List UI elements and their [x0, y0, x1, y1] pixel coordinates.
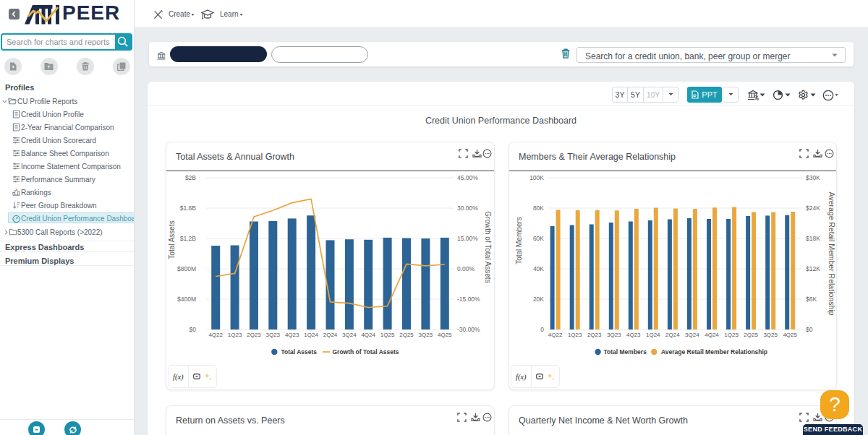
- svg-text:-15.00%: -15.00%: [457, 296, 480, 303]
- svg-text:40K: 40K: [533, 265, 544, 272]
- svg-text:Average Retail Member Relation: Average Retail Member Relationship: [661, 348, 767, 356]
- svg-text:3Q23: 3Q23: [266, 332, 281, 338]
- svg-text:3Q24: 3Q24: [685, 332, 699, 338]
- svg-text:1Q24: 1Q24: [646, 332, 660, 338]
- svg-text:$12K: $12K: [806, 265, 820, 272]
- svg-text:3Q25: 3Q25: [763, 332, 778, 338]
- svg-text:1Q25: 1Q25: [380, 332, 395, 338]
- svg-text:0: 0: [540, 326, 544, 333]
- svg-text:1Q25: 1Q25: [724, 332, 739, 338]
- svg-text:1Q23: 1Q23: [568, 332, 582, 338]
- svg-text:Growth of Total Assets: Growth of Total Assets: [484, 211, 492, 283]
- svg-text:4Q23: 4Q23: [285, 332, 299, 338]
- svg-text:Total Assets: Total Assets: [281, 348, 318, 356]
- svg-text:$0: $0: [806, 326, 813, 333]
- svg-text:Total Members: Total Members: [604, 348, 647, 356]
- svg-text:4Q22: 4Q22: [208, 332, 223, 338]
- svg-text:4Q23: 4Q23: [626, 332, 641, 338]
- svg-text:$1.2B: $1.2B: [180, 235, 197, 242]
- svg-text:4Q24: 4Q24: [705, 332, 719, 338]
- svg-text:2Q24: 2Q24: [665, 332, 680, 338]
- svg-text:4Q24: 4Q24: [361, 332, 375, 338]
- svg-text:2Q25: 2Q25: [399, 332, 414, 338]
- svg-text:$0: $0: [190, 326, 197, 333]
- svg-text:3Q23: 3Q23: [607, 332, 621, 338]
- svg-text:$400M: $400M: [177, 296, 196, 303]
- svg-text:4Q22: 4Q22: [548, 332, 563, 338]
- svg-text:2Q24: 2Q24: [323, 332, 338, 338]
- svg-text:$1.6B: $1.6B: [180, 204, 197, 212]
- svg-text:30.00%: 30.00%: [457, 204, 478, 212]
- svg-text:80K: 80K: [533, 204, 544, 212]
- svg-text:$24K: $24K: [806, 204, 820, 212]
- svg-text:60K: 60K: [533, 235, 544, 242]
- svg-text:20K: 20K: [533, 296, 544, 303]
- svg-text:2Q23: 2Q23: [587, 332, 602, 338]
- svg-text:$30K: $30K: [806, 174, 820, 181]
- svg-text:1Q24: 1Q24: [304, 332, 318, 338]
- svg-text:$6K: $6K: [806, 296, 817, 303]
- svg-text:4Q25: 4Q25: [783, 332, 797, 338]
- svg-text:45.00%: 45.00%: [457, 174, 478, 181]
- svg-text:3Q25: 3Q25: [419, 332, 433, 338]
- svg-text:3Q24: 3Q24: [342, 332, 357, 338]
- svg-text:Growth of Total Assets: Growth of Total Assets: [333, 348, 399, 356]
- svg-text:15.00%: 15.00%: [457, 235, 478, 242]
- svg-text:4Q25: 4Q25: [438, 332, 452, 338]
- svg-text:$800M: $800M: [177, 265, 196, 272]
- svg-text:2Q25: 2Q25: [744, 332, 758, 338]
- svg-text:-30.00%: -30.00%: [457, 326, 480, 333]
- svg-text:Total Members: Total Members: [515, 217, 523, 264]
- svg-text:$18K: $18K: [806, 235, 820, 242]
- svg-text:Average Retail Member Relation: Average Retail Member Relationship: [827, 192, 836, 316]
- svg-text:Total Assets: Total Assets: [168, 220, 176, 259]
- svg-text:$2B: $2B: [185, 174, 196, 181]
- svg-text:1Q23: 1Q23: [228, 332, 242, 338]
- svg-text:100K: 100K: [529, 174, 544, 181]
- svg-text:2Q23: 2Q23: [247, 332, 261, 338]
- svg-text:0.00%: 0.00%: [457, 265, 475, 272]
